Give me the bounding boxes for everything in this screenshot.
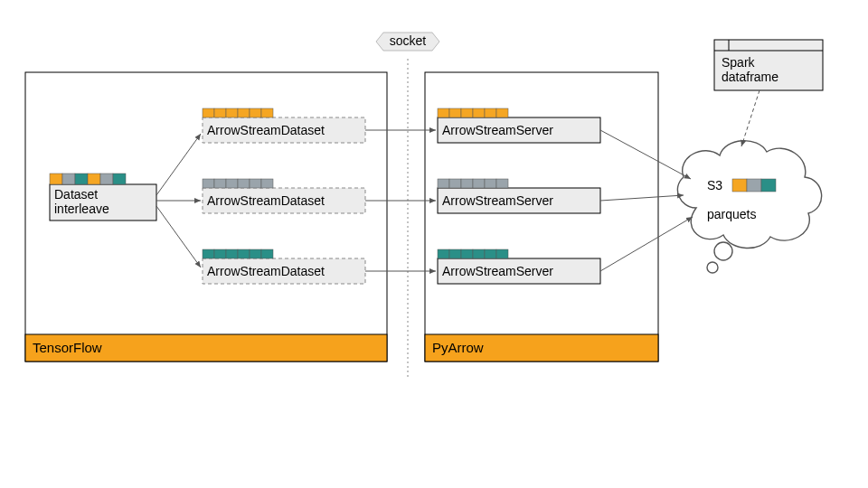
- svg-rect-64: [747, 179, 761, 192]
- s3-parquets-cloud: S3 parquets: [677, 141, 821, 273]
- s3-colorbar: [732, 179, 776, 192]
- tensorflow-title: TensorFlow: [33, 340, 102, 355]
- arrowstreamserver-3: ArrowStreamServer: [438, 249, 600, 284]
- svg-point-62: [707, 262, 718, 273]
- svg-rect-48: [485, 179, 496, 188]
- svg-rect-28: [203, 249, 214, 258]
- svg-rect-9: [113, 174, 126, 184]
- socket-label: socket: [390, 33, 427, 48]
- svg-rect-17: [261, 108, 273, 117]
- svg-rect-39: [473, 108, 485, 117]
- svg-rect-8: [100, 174, 113, 184]
- svg-rect-33: [261, 249, 273, 258]
- server-3-colorbar: [438, 249, 508, 258]
- interleave-colorbar: [50, 174, 126, 184]
- arrowstreamdataset-3: ArrowStreamDataset: [203, 249, 365, 284]
- arrowstreamserver-2: ArrowStreamServer: [438, 179, 600, 213]
- server-2-colorbar: [438, 179, 508, 188]
- svg-rect-55: [473, 249, 485, 258]
- svg-rect-65: [761, 179, 776, 192]
- svg-rect-7: [88, 174, 100, 184]
- svg-rect-32: [250, 249, 261, 258]
- arrowstreamdataset-2: ArrowStreamDataset: [203, 179, 365, 213]
- svg-rect-21: [214, 179, 226, 188]
- svg-rect-23: [238, 179, 250, 188]
- arrowstreamdataset-1: ArrowStreamDataset: [203, 108, 365, 143]
- arrow-interleave-ds1: [156, 134, 201, 195]
- socket-label-box: socket: [376, 33, 439, 51]
- server-1-colorbar: [438, 108, 508, 117]
- arrow-srv3-cloud: [600, 217, 693, 271]
- svg-rect-36: [438, 108, 449, 117]
- svg-rect-57: [496, 249, 508, 258]
- svg-rect-52: [438, 249, 449, 258]
- spark-dataframe-box: Spark dataframe: [714, 40, 823, 90]
- svg-rect-14: [226, 108, 238, 117]
- svg-rect-40: [485, 108, 496, 117]
- svg-text:ArrowStreamDataset: ArrowStreamDataset: [207, 264, 325, 278]
- svg-text:ArrowStreamDataset: ArrowStreamDataset: [207, 123, 325, 137]
- arrowstreamserver-1: ArrowStreamServer: [438, 108, 600, 143]
- svg-rect-47: [473, 179, 485, 188]
- pyarrow-title: PyArrow: [432, 340, 484, 355]
- svg-rect-38: [461, 108, 473, 117]
- svg-rect-54: [461, 249, 473, 258]
- svg-rect-20: [203, 179, 214, 188]
- arrow-srv2-cloud: [600, 195, 684, 201]
- svg-point-61: [714, 242, 732, 260]
- dataset-2-colorbar: [203, 179, 273, 188]
- svg-rect-53: [449, 249, 461, 258]
- svg-rect-24: [250, 179, 261, 188]
- svg-rect-30: [226, 249, 238, 258]
- parquets-label: parquets: [707, 207, 756, 221]
- svg-rect-13: [214, 108, 226, 117]
- svg-rect-46: [461, 179, 473, 188]
- arrow-srv1-cloud: [600, 130, 691, 179]
- s3-label: S3: [707, 178, 722, 192]
- svg-rect-29: [214, 249, 226, 258]
- svg-rect-16: [250, 108, 261, 117]
- dataset-1-colorbar: [203, 108, 273, 117]
- svg-rect-15: [238, 108, 250, 117]
- svg-rect-45: [449, 179, 461, 188]
- dataset-interleave-box: Dataset interleave: [50, 174, 156, 221]
- arrow-interleave-ds3: [156, 206, 201, 267]
- svg-rect-37: [449, 108, 461, 117]
- svg-rect-5: [62, 174, 75, 184]
- svg-rect-44: [438, 179, 449, 188]
- svg-rect-4: [50, 174, 62, 184]
- dataset-interleave-label: Dataset interleave: [54, 187, 109, 216]
- dataset-3-colorbar: [203, 249, 273, 258]
- svg-rect-22: [226, 179, 238, 188]
- svg-text:ArrowStreamServer: ArrowStreamServer: [442, 193, 553, 208]
- svg-rect-25: [261, 179, 273, 188]
- arrow-spark-cloud: [741, 90, 760, 146]
- svg-rect-56: [485, 249, 496, 258]
- svg-rect-41: [496, 108, 508, 117]
- svg-rect-31: [238, 249, 250, 258]
- svg-rect-12: [203, 108, 214, 117]
- svg-rect-63: [732, 179, 747, 192]
- svg-text:ArrowStreamServer: ArrowStreamServer: [442, 264, 553, 278]
- svg-text:ArrowStreamDataset: ArrowStreamDataset: [207, 193, 325, 208]
- svg-rect-6: [75, 174, 88, 184]
- svg-rect-49: [496, 179, 508, 188]
- svg-text:ArrowStreamServer: ArrowStreamServer: [442, 123, 553, 137]
